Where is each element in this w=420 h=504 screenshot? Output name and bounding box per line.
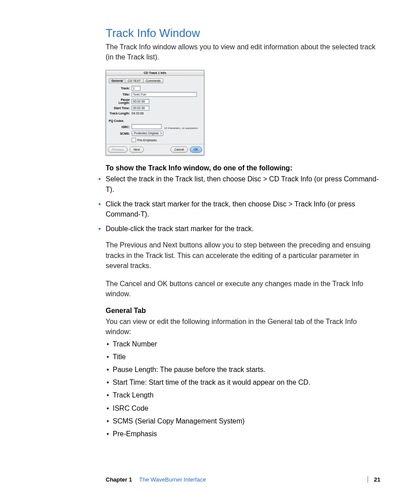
dialog-tabs: General CD TEXT Comments	[109, 78, 201, 83]
tab-comments[interactable]: Comments	[143, 78, 163, 83]
preemphasis-checkbox[interactable]	[132, 138, 136, 142]
chapter-name: The WaveBurner Interface	[139, 476, 206, 483]
pq-codes-label: PQ Codes	[109, 119, 201, 122]
general-tab-item: ISRC Code	[107, 403, 380, 413]
general-tab-item: Track Number	[107, 339, 380, 349]
howto-lead: To show the Track Info window, do one of…	[106, 164, 380, 172]
next-button[interactable]: Next	[129, 147, 144, 153]
general-tab-item: Pause Length: The pause before the track…	[107, 364, 380, 375]
isrc-field[interactable]	[132, 124, 162, 129]
scms-label: SCMS:	[109, 132, 132, 135]
pause-length-label: Pause Length:	[109, 98, 132, 104]
page-footer: Chapter 1 The WaveBurner Interface 21	[106, 476, 380, 483]
tab-general[interactable]: General	[109, 78, 125, 83]
general-tab-item: Track Length	[107, 390, 380, 400]
track-field[interactable]: 1	[132, 86, 140, 91]
previous-button[interactable]: Previous	[108, 147, 128, 153]
section-heading: Track Info Window	[106, 26, 380, 40]
scms-select[interactable]: Protected Original	[132, 131, 163, 136]
prevnext-paragraph: The Previous and Next buttons allow you …	[106, 240, 380, 271]
cancelok-paragraph: The Cancel and OK buttons cancel or exec…	[106, 279, 380, 299]
general-tab-heading: General Tab	[106, 307, 380, 315]
howto-item: Click the track start marker for the tra…	[106, 199, 380, 219]
howto-item: Select the track in the Track list, then…	[106, 174, 380, 194]
title-label: Title:	[109, 93, 132, 96]
cancel-button[interactable]: Cancel	[170, 147, 188, 153]
general-tab-item: Title	[107, 352, 380, 362]
general-tab-item: Start Time: Start time of the track as i…	[107, 377, 380, 387]
track-length-value: 04:33:08	[132, 112, 201, 115]
tab-cdtext[interactable]: CD TEXT	[125, 78, 144, 83]
track-label: Track:	[109, 87, 132, 90]
general-tab-intro: You can view or edit the following infor…	[106, 316, 380, 337]
intro-paragraph: The Track Info window allows you to view…	[106, 42, 380, 62]
page-number: 21	[368, 476, 380, 483]
start-time-field[interactable]: 00:02:00	[132, 106, 149, 110]
howto-list: Select the track in the Track list, then…	[106, 174, 380, 234]
track-length-label: Track Length:	[109, 112, 132, 115]
chapter-label: Chapter 1	[106, 476, 132, 483]
isrc-label: ISRC:	[109, 125, 132, 129]
general-tab-item: Pre-Emphasis	[107, 429, 380, 439]
general-tab-list: Track Number Title Pause Length: The pau…	[107, 339, 380, 439]
general-tab-item: SCMS (Serial Copy Management System)	[107, 416, 380, 426]
dialog-title: CD Track 1 Info	[106, 70, 204, 76]
isrc-hint: 12 characters, no separators	[164, 127, 198, 129]
track-info-dialog-screenshot: CD Track 1 Info General CD TEXT Comments…	[106, 70, 204, 155]
preemphasis-label: Pre-Emphasis	[137, 139, 157, 142]
howto-item: Double-click the track start marker for …	[106, 224, 380, 234]
title-field[interactable]: Toxic Fun	[132, 92, 197, 97]
ok-button[interactable]: OK	[190, 147, 202, 153]
pause-length-field[interactable]: 00:02:00	[132, 99, 149, 104]
start-time-label: Start Time:	[109, 107, 132, 110]
